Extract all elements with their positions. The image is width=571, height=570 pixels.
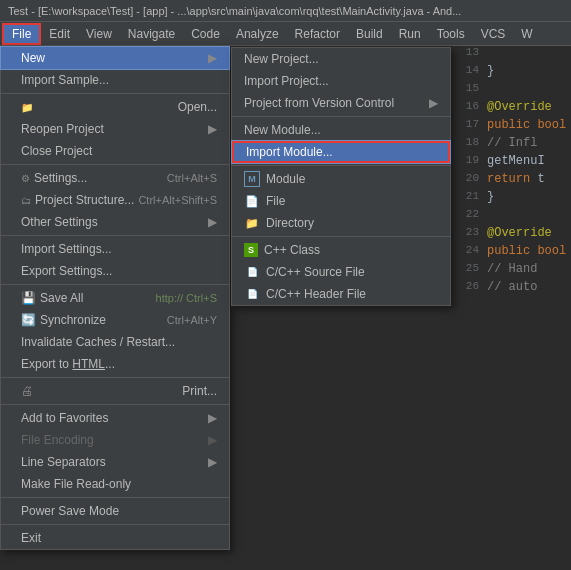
gear-icon: ⚙ (21, 173, 30, 184)
menu-settings[interactable]: ⚙ Settings... Ctrl+Alt+S (1, 167, 229, 189)
menu-file-encoding-label: File Encoding (21, 433, 94, 447)
menu-vcs[interactable]: VCS (473, 25, 514, 43)
menu-new-label: New (21, 51, 45, 65)
submenu-cpp-source-label: C/C++ Source File (266, 265, 365, 279)
submenu-new-module[interactable]: New Module... (232, 119, 450, 141)
cpp-header-icon: 📄 (244, 286, 260, 302)
menu-view[interactable]: View (78, 25, 120, 43)
menu-print[interactable]: 🖨 Print... (1, 380, 229, 402)
menu-open-label: Open... (178, 100, 217, 114)
separator (1, 524, 229, 525)
menu-export-html[interactable]: Export to HTML... (1, 353, 229, 375)
editor-line: 14 } (455, 64, 571, 82)
menu-exit[interactable]: Exit (1, 527, 229, 549)
menu-export-html-label: Export to HTML... (21, 357, 115, 371)
menu-make-read-only[interactable]: Make File Read-only (1, 473, 229, 495)
submenu-project-from-vcs[interactable]: Project from Version Control ▶ (232, 92, 450, 114)
editor-line: 26 // auto (455, 280, 571, 298)
menu-edit[interactable]: Edit (41, 25, 78, 43)
arrow-icon: ▶ (208, 122, 217, 136)
separator (1, 497, 229, 498)
submenu-import-project[interactable]: Import Project... (232, 70, 450, 92)
submenu-cpp-source[interactable]: 📄 C/C++ Source File (232, 261, 450, 283)
menu-power-save[interactable]: Power Save Mode (1, 500, 229, 522)
separator (1, 404, 229, 405)
menu-w[interactable]: W (513, 25, 540, 43)
file-menu-dropdown: New ▶ Import Sample... 📁 Open... Reopen … (0, 46, 230, 550)
title-text: Test - [E:\workspace\Test] - [app] - ...… (8, 5, 461, 17)
menu-import-settings-label: Import Settings... (21, 242, 112, 256)
submenu-cpp-header-label: C/C++ Header File (266, 287, 366, 301)
editor-line: 15 (455, 82, 571, 100)
menu-refactor[interactable]: Refactor (287, 25, 348, 43)
content-area: 13 14 } 15 16 @Override 17 public bool 1… (0, 46, 571, 570)
menu-reopen[interactable]: Reopen Project ▶ (1, 118, 229, 140)
save-icon: 💾 (21, 291, 36, 305)
menu-invalidate-label: Invalidate Caches / Restart... (21, 335, 175, 349)
separator (1, 235, 229, 236)
submenu-cpp-class[interactable]: S C++ Class (232, 239, 450, 261)
editor-line: 21 } (455, 190, 571, 208)
menu-import-sample[interactable]: Import Sample... (1, 69, 229, 91)
menu-open[interactable]: 📁 Open... (1, 96, 229, 118)
synchronize-shortcut: Ctrl+Alt+Y (167, 314, 217, 326)
separator (1, 284, 229, 285)
arrow-icon: ▶ (208, 455, 217, 469)
editor-line: 20 return t (455, 172, 571, 190)
cpp-class-icon: S (244, 243, 258, 257)
submenu-import-project-label: Import Project... (244, 74, 329, 88)
menu-code[interactable]: Code (183, 25, 228, 43)
submenu-new-project[interactable]: New Project... (232, 48, 450, 70)
menu-bar: File Edit View Navigate Code Analyze Ref… (0, 22, 571, 46)
structure-icon: 🗂 (21, 195, 31, 206)
menu-close-label: Close Project (21, 144, 92, 158)
menu-synchronize[interactable]: 🔄 Synchronize Ctrl+Alt+Y (1, 309, 229, 331)
menu-run[interactable]: Run (391, 25, 429, 43)
menu-navigate[interactable]: Navigate (120, 25, 183, 43)
settings-shortcut: Ctrl+Alt+S (167, 172, 217, 184)
menu-file[interactable]: File (2, 23, 41, 45)
menu-file-encoding[interactable]: File Encoding ▶ (1, 429, 229, 451)
menu-tools[interactable]: Tools (429, 25, 473, 43)
separator (232, 165, 450, 166)
sync-icon: 🔄 (21, 313, 36, 327)
menu-save-all-label: Save All (40, 291, 83, 305)
submenu-module[interactable]: M Module (232, 168, 450, 190)
editor-line: 17 public bool (455, 118, 571, 136)
file-icon: 📄 (244, 193, 260, 209)
menu-import-sample-label: Import Sample... (21, 73, 109, 87)
save-all-shortcut: http:// Ctrl+S (156, 292, 217, 304)
menu-line-separators-label: Line Separators (21, 455, 106, 469)
cpp-source-icon: 📄 (244, 264, 260, 280)
menu-build[interactable]: Build (348, 25, 391, 43)
menu-save-all[interactable]: 💾 Save All http:// Ctrl+S (1, 287, 229, 309)
menu-analyze[interactable]: Analyze (228, 25, 287, 43)
menu-line-separators[interactable]: Line Separators ▶ (1, 451, 229, 473)
menu-import-settings[interactable]: Import Settings... (1, 238, 229, 260)
menu-add-favorites[interactable]: Add to Favorites ▶ (1, 407, 229, 429)
submenu-cpp-header[interactable]: 📄 C/C++ Header File (232, 283, 450, 305)
menu-close[interactable]: Close Project (1, 140, 229, 162)
arrow-icon: ▶ (208, 215, 217, 229)
menu-export-settings[interactable]: Export Settings... (1, 260, 229, 282)
menu-project-structure[interactable]: 🗂 Project Structure... Ctrl+Alt+Shift+S (1, 189, 229, 211)
separator (1, 93, 229, 94)
menu-exit-label: Exit (21, 531, 41, 545)
submenu-project-from-vcs-label: Project from Version Control (244, 96, 394, 110)
editor-line: 22 (455, 208, 571, 226)
new-submenu: New Project... Import Project... Project… (231, 47, 451, 306)
menu-reopen-label: Reopen Project (21, 122, 104, 136)
submenu-import-module[interactable]: Import Module... (232, 141, 450, 163)
module-icon: M (244, 171, 260, 187)
editor-line: 18 // Infl (455, 136, 571, 154)
editor-line: 16 @Override (455, 100, 571, 118)
submenu-directory[interactable]: 📁 Directory (232, 212, 450, 234)
menu-other-settings[interactable]: Other Settings ▶ (1, 211, 229, 233)
editor-line: 19 getMenuI (455, 154, 571, 172)
submenu-new-module-label: New Module... (244, 123, 321, 137)
menu-invalidate[interactable]: Invalidate Caches / Restart... (1, 331, 229, 353)
separator (1, 377, 229, 378)
project-structure-shortcut: Ctrl+Alt+Shift+S (138, 194, 217, 206)
submenu-file[interactable]: 📄 File (232, 190, 450, 212)
menu-new[interactable]: New ▶ (1, 47, 229, 69)
